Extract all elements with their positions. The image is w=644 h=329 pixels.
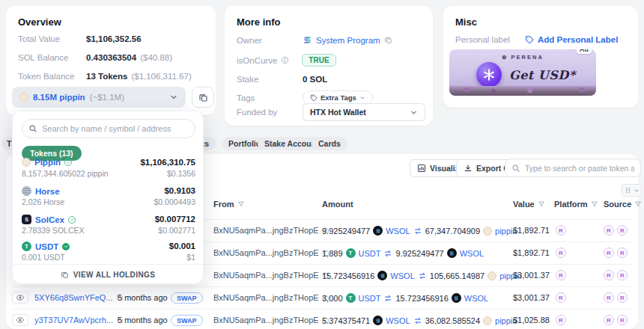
column-settings-button[interactable]: [622, 184, 642, 197]
filter-icon[interactable]: [634, 200, 642, 208]
raydium-icon[interactable]: R: [617, 292, 628, 303]
token-link[interactable]: WSOL: [460, 249, 484, 258]
chevron-down-icon: [169, 93, 178, 102]
swap-arrows-icon: [413, 316, 422, 325]
raydium-icon[interactable]: R: [604, 247, 614, 258]
search-icon: [28, 124, 37, 133]
source-cell: R R: [604, 225, 628, 236]
owner-label: Owner: [237, 36, 299, 45]
owner-link[interactable]: System Program: [316, 36, 380, 45]
token-dropdown-search-box: [22, 119, 195, 138]
header-source[interactable]: Source: [604, 200, 642, 209]
usdt-token-icon: T: [22, 242, 31, 251]
token-list-item-solcex[interactable]: S SolCex $0.007712 2.78339 SOLCEX $0.002…: [22, 215, 195, 239]
token-balance-label: Token Balance: [18, 72, 82, 81]
token-link[interactable]: USDT: [359, 294, 381, 303]
raydium-icon[interactable]: R: [617, 225, 628, 236]
raydium-icon[interactable]: R: [617, 270, 628, 280]
raydium-icon[interactable]: R: [604, 270, 614, 280]
funded-by-value: HTX Hot Wallet: [310, 108, 366, 117]
raydium-icon[interactable]: R: [604, 292, 614, 303]
token-link[interactable]: WSOL: [464, 294, 488, 303]
total-value-row: Total Value $1,106,352.56: [18, 34, 142, 43]
chevron-down-icon: [410, 108, 418, 117]
header-platform[interactable]: Platform: [554, 200, 598, 209]
raydium-icon[interactable]: R: [617, 315, 628, 325]
swap-arrows-icon: [383, 294, 392, 303]
action-swap-badge[interactable]: SWAP: [171, 292, 203, 304]
time-cell: 5 months ago: [118, 293, 168, 302]
info-icon[interactable]: [281, 56, 289, 64]
filter-icon[interactable]: [538, 200, 545, 208]
wsol-token-icon: [447, 248, 457, 258]
raydium-icon[interactable]: R: [617, 247, 628, 258]
is-on-curve-label: isOnCurve: [237, 56, 277, 65]
raydium-icon[interactable]: R: [556, 315, 566, 325]
token-link[interactable]: WSOL: [386, 316, 410, 325]
personal-label: Personal label: [455, 35, 515, 44]
add-personal-label-link[interactable]: Add Personal Label: [538, 35, 618, 44]
token-search-input[interactable]: [525, 164, 634, 173]
grid-icon: [625, 187, 631, 194]
preview-eye-button[interactable]: [12, 292, 28, 304]
raydium-icon[interactable]: R: [556, 270, 566, 280]
signature-link[interactable]: y3T37UV7AwVpcrh...: [34, 316, 113, 325]
holdings-panel-button[interactable]: [192, 87, 214, 108]
sol-balance-label: SOL Balance: [18, 53, 82, 62]
raydium-icon[interactable]: R: [556, 225, 566, 236]
header-from[interactable]: From: [213, 200, 245, 209]
sol-balance: 0.430363504: [86, 53, 136, 62]
usdt-token-icon: T: [346, 248, 356, 258]
pippin-token-icon: [19, 93, 28, 102]
wsol-token-icon: [377, 271, 387, 280]
token-link[interactable]: WSOL: [386, 227, 410, 236]
token-link[interactable]: USDT: [359, 249, 381, 258]
pippin-token-icon: [483, 227, 492, 236]
misc-card: Misc Personal label Add Personal Label ⊛…: [443, 6, 638, 108]
funded-by-select[interactable]: HTX Hot Wallet: [303, 103, 425, 121]
from-cell: BxNU5aqmPa...jngBzTHopE: [213, 271, 329, 280]
platform-cell: R: [556, 315, 566, 325]
view-all-holdings-button[interactable]: VIEW ALL HOLDINGS: [13, 264, 203, 285]
solcex-token-icon: S: [22, 215, 31, 224]
token-list-item-horse[interactable]: Horse $0.9103 2,026 Horse $0.0004493: [22, 186, 195, 210]
filter-icon[interactable]: [237, 200, 245, 208]
copy-icon[interactable]: [384, 36, 392, 44]
from-cell: BxNU5aqmPa...jngBzTHopE: [213, 226, 329, 235]
raydium-icon[interactable]: R: [604, 315, 614, 325]
token-link[interactable]: WSOL: [390, 271, 414, 280]
time-cell: 5 months ago: [118, 316, 168, 325]
token-list-item-usdt[interactable]: T USDT $0.001 0.001 USDT $1: [22, 242, 195, 265]
amount-cell: 3,000 T USDT 15.723456916 WSOL: [322, 293, 488, 303]
filter-icon[interactable]: [591, 200, 598, 208]
table-row[interactable]: 5XY66q8SwnYFeQ... 5 months ago SWAP BxNU…: [12, 286, 632, 309]
tab-cards[interactable]: Cards: [312, 137, 347, 150]
header-value[interactable]: Value: [513, 200, 545, 209]
table-row[interactable]: y3T37UV7AwVpcrh... 5 months ago SWAP BxN…: [12, 309, 632, 329]
token-search-box: [505, 159, 641, 177]
perena-coin-icon: [476, 62, 502, 87]
preview-eye-button[interactable]: [12, 314, 28, 326]
wsol-token-icon: [452, 293, 461, 303]
token-selector[interactable]: 8.15M pippin (~$1.1M): [12, 87, 186, 108]
platform-cell: R: [556, 270, 566, 280]
horse-token-icon: [22, 186, 31, 196]
from-cell: BxNU5aqmPa...jngBzTHopE: [213, 316, 329, 325]
token-dropdown-search-input[interactable]: [42, 124, 189, 133]
pippin-token-icon: [483, 316, 492, 325]
funded-by-label: Funded by: [237, 108, 277, 117]
raydium-icon[interactable]: R: [556, 247, 566, 258]
value-cell: $1,892.71: [513, 226, 550, 235]
pippin-token-icon: [487, 271, 496, 280]
raydium-icon[interactable]: R: [604, 225, 614, 236]
token-list-item-pippin[interactable]: Pippin $1,106,310.75 8,157,344.605022 pi…: [22, 158, 195, 182]
selected-token-amount: 8.15M pippin: [33, 93, 85, 102]
action-swap-badge[interactable]: SWAP: [171, 315, 203, 326]
signature-cell: 5XY66q8SwnYFeQ...: [34, 293, 124, 302]
value-cell: $1,892.71: [513, 248, 550, 257]
from-cell: BxNU5aqmPa...jngBzTHopE: [213, 293, 329, 302]
signature-link[interactable]: 5XY66q8SwnYFeQ...: [34, 293, 113, 302]
ad-banner[interactable]: ⊛ PERENA Get USD* Ad: [449, 49, 596, 96]
raydium-icon[interactable]: R: [556, 292, 566, 303]
owner-row: Owner System Program: [237, 35, 392, 45]
